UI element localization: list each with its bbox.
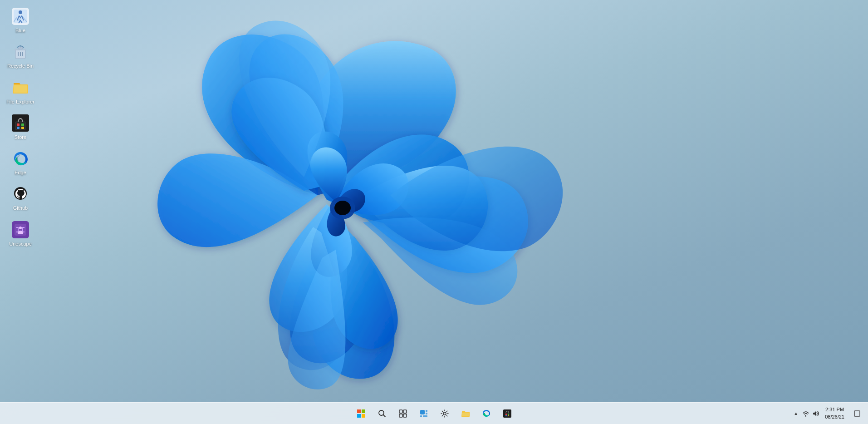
svg-rect-42 xyxy=(854,411,860,416)
blue-icon-label: Blue xyxy=(15,27,25,34)
search-icon xyxy=(378,409,386,418)
edge-icon-img xyxy=(11,149,29,168)
desktop-icon-file-explorer[interactable]: File Explorer xyxy=(2,76,39,108)
settings-icon xyxy=(441,409,449,418)
svg-rect-12 xyxy=(21,123,24,126)
network-icon[interactable] xyxy=(802,410,809,417)
svg-rect-22 xyxy=(357,414,361,418)
store-icon-img xyxy=(11,114,29,132)
store-taskbar-button[interactable] xyxy=(497,404,517,424)
desktop-icon-unescape[interactable]: Unescape xyxy=(2,218,39,250)
desktop-icon-edge[interactable]: Edge xyxy=(2,147,39,178)
svg-rect-31 xyxy=(426,410,427,412)
unescape-icon-label: Unescape xyxy=(9,241,32,247)
svg-rect-14 xyxy=(21,127,24,129)
desktop-icons-column: Blue Recycle Bin xyxy=(0,0,41,250)
edge-icon-label: Edge xyxy=(15,169,26,176)
svg-rect-23 xyxy=(362,414,365,418)
notification-icon xyxy=(854,410,860,417)
notification-button[interactable] xyxy=(850,404,864,424)
svg-rect-34 xyxy=(423,415,427,417)
bloom-wallpaper xyxy=(82,0,626,390)
svg-rect-32 xyxy=(426,413,427,414)
recycle-bin-icon-label: Recycle Bin xyxy=(7,63,34,69)
svg-point-35 xyxy=(443,412,446,415)
svg-rect-26 xyxy=(399,410,402,413)
task-view-button[interactable] xyxy=(393,404,413,424)
svg-rect-40 xyxy=(505,415,507,416)
svg-rect-39 xyxy=(508,414,509,415)
svg-rect-21 xyxy=(362,409,365,413)
svg-rect-20 xyxy=(357,409,361,413)
svg-point-4 xyxy=(19,10,22,14)
desktop-icon-recycle-bin[interactable]: Recycle Bin xyxy=(2,40,39,72)
svg-point-1 xyxy=(334,201,351,215)
svg-rect-18 xyxy=(15,224,26,236)
taskbar: ▲ 2:31 PM 08 xyxy=(0,402,868,424)
svg-rect-11 xyxy=(17,123,20,126)
github-icon-img xyxy=(11,185,29,203)
tray-chevron-button[interactable]: ▲ xyxy=(792,410,799,417)
unescape-icon-img xyxy=(11,221,29,239)
start-button[interactable] xyxy=(351,404,371,424)
recycle-bin-icon-img xyxy=(11,43,29,61)
store-icon-label: Store xyxy=(15,134,26,140)
taskview-icon xyxy=(399,409,407,418)
blue-icon-img xyxy=(11,7,29,25)
github-icon-label: Github xyxy=(13,205,28,211)
svg-rect-29 xyxy=(403,414,407,417)
svg-rect-38 xyxy=(505,414,507,415)
taskbar-center-icons xyxy=(351,404,517,424)
taskbar-right: ▲ 2:31 PM 08 xyxy=(792,404,868,424)
file-explorer-icon-label: File Explorer xyxy=(6,99,34,105)
svg-rect-33 xyxy=(420,415,422,417)
store-taskbar-icon xyxy=(503,409,511,418)
volume-icon[interactable] xyxy=(812,410,819,417)
edge-taskbar-button[interactable] xyxy=(476,404,496,424)
file-explorer-icon-img xyxy=(11,79,29,97)
svg-rect-30 xyxy=(420,410,425,414)
desktop-icon-store[interactable]: Store xyxy=(2,111,39,143)
svg-point-19 xyxy=(19,227,22,229)
widgets-icon xyxy=(420,409,428,418)
svg-line-25 xyxy=(383,414,385,417)
file-explorer-taskbar-button[interactable] xyxy=(456,404,476,424)
desktop-icon-github[interactable]: Github xyxy=(2,182,39,214)
windows-icon xyxy=(357,409,365,418)
system-tray: ▲ xyxy=(792,410,819,417)
clock-time: 2:31 PM xyxy=(825,406,844,413)
folder-taskbar-icon xyxy=(461,409,470,418)
clock-date: 08/26/21 xyxy=(825,414,844,420)
search-button[interactable] xyxy=(372,404,392,424)
svg-rect-28 xyxy=(399,414,402,417)
clock-area[interactable]: 2:31 PM 08/26/21 xyxy=(821,406,848,420)
svg-rect-13 xyxy=(17,127,20,129)
settings-button[interactable] xyxy=(435,404,455,424)
svg-rect-41 xyxy=(508,415,509,416)
widgets-button[interactable] xyxy=(414,404,434,424)
desktop-icon-blue[interactable]: Blue xyxy=(2,5,39,36)
svg-rect-27 xyxy=(403,410,407,413)
edge-taskbar-icon xyxy=(482,409,490,418)
